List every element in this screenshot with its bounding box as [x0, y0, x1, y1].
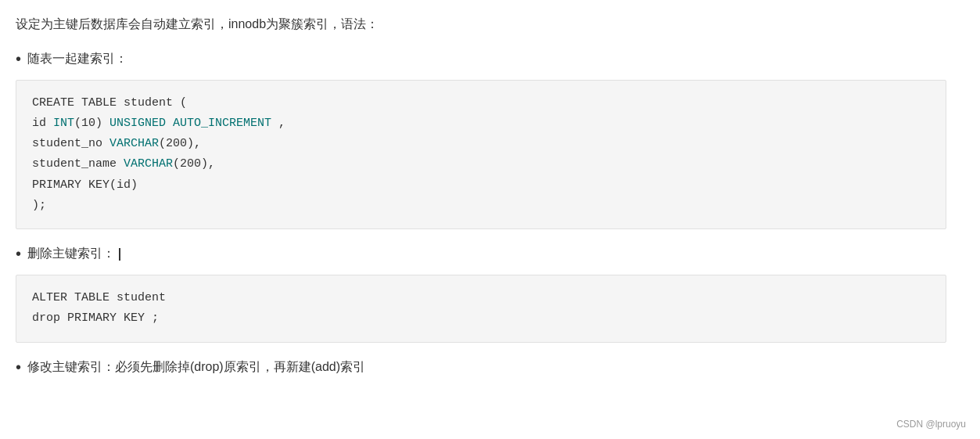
code-type-varchar-1: VARCHAR — [109, 137, 159, 150]
section2-bullet: • 删除主键索引： — [16, 243, 964, 264]
section1-bullet: • 随表一起建索引： — [16, 49, 964, 69]
section2-code-block: ALTER TABLE student drop PRIMARY KEY ; — [16, 275, 946, 343]
section1-bullet-text: 随表一起建索引： — [27, 49, 964, 69]
code-line-5: PRIMARY KEY(id) — [32, 175, 930, 196]
code-line-4: student_name VARCHAR(200), — [32, 154, 930, 175]
section1-code-block: CREATE TABLE student ( id INT(10) UNSIGN… — [16, 80, 946, 230]
code-type-varchar-2: VARCHAR — [124, 157, 173, 171]
bullet-dot-2: • — [16, 243, 21, 264]
code-line-alter-1: ALTER TABLE student — [32, 288, 930, 308]
bullet-dot-3: • — [16, 357, 21, 377]
code-type-int: INT — [53, 117, 74, 130]
code-keyword-auto-increment: AUTO_INCREMENT — [173, 117, 271, 130]
section2-bullet-text: 删除主键索引： — [27, 243, 964, 264]
csdn-watermark: CSDN @lpruoyu — [896, 419, 966, 430]
code-line-1: CREATE TABLE student ( — [32, 93, 930, 113]
code-line-3: student_no VARCHAR(200), — [32, 134, 930, 154]
intro-text: 设定为主键后数据库会自动建立索引，innodb为聚簇索引，语法： — [16, 14, 964, 34]
code-keyword-unsigned: UNSIGNED — [109, 117, 166, 130]
bullet-dot-1: • — [16, 49, 21, 69]
code-line-6: ); — [32, 196, 930, 216]
section3-bullet-text: 修改主键索引：必须先删除掉(drop)原索引，再新建(add)索引 — [27, 357, 964, 377]
section3-bullet: • 修改主键索引：必须先删除掉(drop)原索引，再新建(add)索引 — [16, 357, 964, 377]
code-line-alter-2: drop PRIMARY KEY ; — [32, 308, 930, 329]
code-keyword-create: CREATE — [32, 96, 74, 110]
text-cursor — [119, 248, 120, 261]
code-line-2: id INT(10) UNSIGNED AUTO_INCREMENT , — [32, 113, 930, 134]
